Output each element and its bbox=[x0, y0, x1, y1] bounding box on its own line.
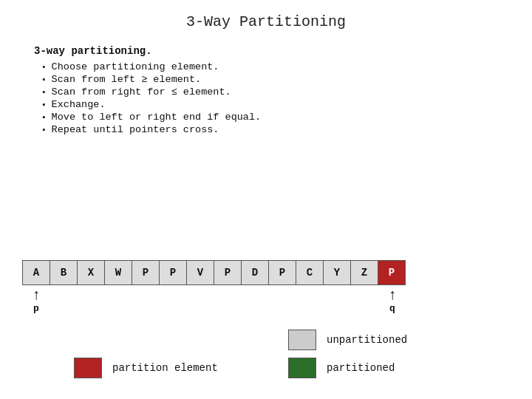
bullet-item: Move to left or right end if equal. bbox=[41, 112, 498, 123]
array-cell: Y bbox=[323, 260, 351, 285]
pointer-row: ↑ p ↑ q bbox=[22, 288, 406, 310]
pointer-left-label: p bbox=[33, 303, 39, 314]
array-cell: P bbox=[132, 260, 160, 285]
arrow-up-left: ↑ bbox=[32, 288, 41, 303]
bullet-list: Choose partitioning element.Scan from le… bbox=[34, 61, 498, 135]
bullet-item: Repeat until pointers cross. bbox=[41, 124, 498, 135]
page-title: 3-Way Partitioning bbox=[0, 0, 532, 38]
array-cell: P bbox=[378, 260, 406, 285]
pointer-right-label: q bbox=[389, 303, 395, 314]
legend-partition-box bbox=[74, 358, 102, 378]
legend-unpartitioned-label: unpartitioned bbox=[327, 334, 407, 346]
content-area: 3-way partitioning. Choose partitioning … bbox=[0, 38, 532, 135]
legend-unpartitioned-box bbox=[288, 330, 316, 350]
legend-partitioned-row: partitioned bbox=[288, 358, 407, 378]
array-row: ABXWPPVPDPCYZP bbox=[22, 260, 405, 285]
array-cell: X bbox=[77, 260, 105, 285]
array-cell: W bbox=[104, 260, 132, 285]
array-cell: V bbox=[186, 260, 214, 285]
array-cell: P bbox=[268, 260, 296, 285]
bullet-item: Scan from right for ≤ element. bbox=[41, 86, 498, 98]
bullet-item: Exchange. bbox=[41, 99, 498, 110]
legend-partition-row: partition element bbox=[74, 358, 218, 378]
legend-partition-label: partition element bbox=[112, 362, 218, 374]
legend-unpartitioned-row: unpartitioned bbox=[288, 330, 407, 350]
legend-right: unpartitioned partitioned bbox=[288, 330, 407, 378]
legend-section: partition element bbox=[74, 358, 218, 378]
array-cell: Z bbox=[350, 260, 378, 285]
legend-partitioned-label: partitioned bbox=[327, 362, 395, 374]
array-cell: P bbox=[159, 260, 187, 285]
array-cell: A bbox=[22, 260, 50, 285]
array-cell: D bbox=[241, 260, 269, 285]
array-section: ABXWPPVPDPCYZP ↑ p ↑ q bbox=[0, 260, 532, 310]
legend-partitioned-box bbox=[288, 358, 316, 378]
array-cell: B bbox=[50, 260, 78, 285]
bullet-item: Scan from left ≥ element. bbox=[41, 74, 498, 85]
pointer-p: ↑ p bbox=[22, 288, 50, 314]
array-cell: C bbox=[296, 260, 324, 285]
pointer-q: ↑ q bbox=[378, 288, 406, 314]
array-cell: P bbox=[214, 260, 242, 285]
section-title: 3-way partitioning. bbox=[34, 45, 498, 57]
arrow-up-right: ↑ bbox=[388, 288, 397, 303]
bullet-item: Choose partitioning element. bbox=[41, 61, 498, 72]
